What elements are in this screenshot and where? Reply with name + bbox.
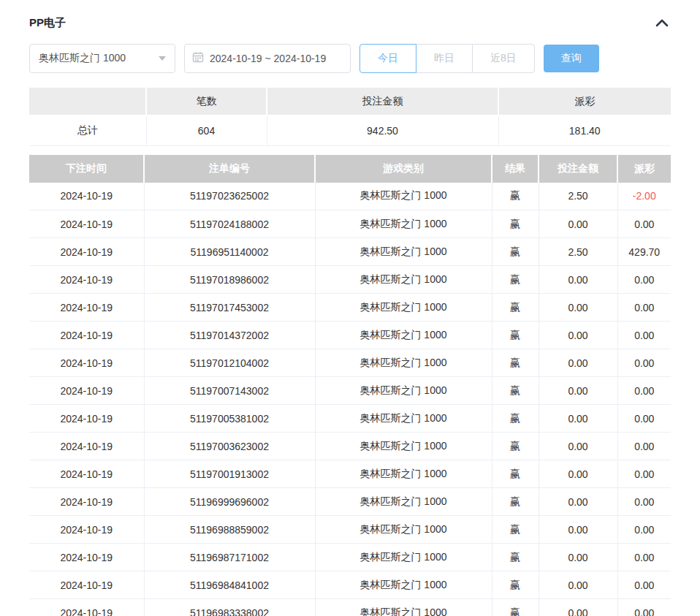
cell-game-category: 奥林匹斯之门 1000 [315,266,492,294]
cell-game-category: 奥林匹斯之门 1000 [315,294,492,322]
cell-bet-time: 2024-10-19 [29,516,144,544]
cell-payout: 0.00 [617,294,671,322]
cell-game-category: 奥林匹斯之门 1000 [315,433,492,460]
cell-result: 赢 [492,488,539,516]
cell-order-id: 51196983338002 [144,599,315,616]
cell-payout: 0.00 [617,210,671,238]
summary-total-payout: 181.40 [498,115,671,145]
records-header-bet-amount: 投注金额 [539,155,617,183]
collapse-button[interactable] [653,16,671,29]
cell-order-id: 51196988859002 [144,516,315,544]
cell-game-category: 奥林匹斯之门 1000 [315,349,492,377]
cell-bet-amount: 0.00 [539,405,617,433]
cell-order-id: 51197018986002 [144,266,315,294]
cell-bet-amount: 0.00 [539,377,617,405]
table-row: 2024-10-19 51197023625002 奥林匹斯之门 1000 赢 … [29,183,671,210]
search-button[interactable]: 查询 [544,45,599,72]
cell-bet-time: 2024-10-19 [29,544,144,571]
cell-bet-time: 2024-10-19 [29,405,144,433]
records-header-order-id: 注单编号 [144,155,315,183]
cell-game-category: 奥林匹斯之门 1000 [315,405,492,433]
cell-result: 赢 [492,183,539,210]
table-row: 2024-10-19 51197007143002 奥林匹斯之门 1000 赢 … [29,377,671,405]
today-button[interactable]: 今日 [359,44,416,73]
cell-payout: -2.00 [617,183,671,210]
title-row: PP电子 [29,12,671,34]
cell-game-category: 奥林匹斯之门 1000 [315,571,492,599]
cell-result: 赢 [492,433,539,460]
cell-game-category: 奥林匹斯之门 1000 [315,210,492,238]
table-row: 2024-10-19 51196983338002 奥林匹斯之门 1000 赢 … [29,599,671,616]
cell-bet-amount: 0.00 [539,210,617,238]
table-row: 2024-10-19 51196984841002 奥林匹斯之门 1000 赢 … [29,571,671,599]
table-row: 2024-10-19 51197014372002 奥林匹斯之门 1000 赢 … [29,322,671,349]
cell-payout: 0.00 [617,516,671,544]
yesterday-button[interactable]: 昨日 [416,44,473,73]
cell-bet-amount: 0.00 [539,294,617,322]
table-row: 2024-10-19 51196987171002 奥林匹斯之门 1000 赢 … [29,544,671,571]
summary-header-row: 笔数 投注金额 派彩 [29,88,671,115]
cell-result: 赢 [492,460,539,488]
cell-bet-amount: 0.00 [539,599,617,616]
cell-game-category: 奥林匹斯之门 1000 [315,183,492,210]
cell-order-id: 51197024188002 [144,210,315,238]
date-range-input[interactable]: 2024-10-19 ~ 2024-10-19 [184,44,351,73]
cell-game-category: 奥林匹斯之门 1000 [315,488,492,516]
summary-header-count: 笔数 [146,88,267,115]
cell-result: 赢 [492,571,539,599]
cell-result: 赢 [492,210,539,238]
page-title: PP电子 [29,16,66,30]
cell-bet-time: 2024-10-19 [29,433,144,460]
cell-order-id: 51197001913002 [144,460,315,488]
records-header-payout: 派彩 [617,155,671,183]
chevron-up-icon [655,19,669,30]
cell-game-category: 奥林匹斯之门 1000 [315,322,492,349]
cell-payout: 0.00 [617,599,671,616]
cell-bet-time: 2024-10-19 [29,599,144,616]
table-row: 2024-10-19 51197003623002 奥林匹斯之门 1000 赢 … [29,433,671,460]
cell-payout: 0.00 [617,322,671,349]
cell-bet-amount: 2.50 [539,183,617,210]
cell-payout: 0.00 [617,405,671,433]
records-header-game-category: 游戏类别 [315,155,492,183]
cell-order-id: 51196984841002 [144,571,315,599]
cell-game-category: 奥林匹斯之门 1000 [315,516,492,544]
cell-bet-time: 2024-10-19 [29,183,144,210]
cell-bet-time: 2024-10-19 [29,488,144,516]
cell-payout: 0.00 [617,488,671,516]
cell-bet-time: 2024-10-19 [29,210,144,238]
cell-result: 赢 [492,266,539,294]
table-row: 2024-10-19 51197012104002 奥林匹斯之门 1000 赢 … [29,349,671,377]
cell-result: 赢 [492,405,539,433]
summary-header-empty [29,88,146,115]
game-select[interactable]: 奥林匹斯之门 1000 [29,44,175,73]
cell-payout: 429.70 [617,238,671,266]
cell-order-id: 51197017453002 [144,294,315,322]
cell-bet-amount: 0.00 [539,544,617,571]
calendar-icon [192,51,204,66]
cell-bet-amount: 0.00 [539,571,617,599]
cell-payout: 0.00 [617,349,671,377]
cell-game-category: 奥林匹斯之门 1000 [315,544,492,571]
cell-order-id: 51196987171002 [144,544,315,571]
cell-result: 赢 [492,294,539,322]
records-header-bet-time: 下注时间 [29,155,144,183]
cell-bet-time: 2024-10-19 [29,238,144,266]
cell-bet-amount: 0.00 [539,460,617,488]
date-range-value: 2024-10-19 ~ 2024-10-19 [210,53,326,64]
cell-game-category: 奥林匹斯之门 1000 [315,238,492,266]
cell-result: 赢 [492,544,539,571]
table-row: 2024-10-19 51197024188002 奥林匹斯之门 1000 赢 … [29,210,671,238]
game-select-value: 奥林匹斯之门 1000 [39,52,126,65]
cell-result: 赢 [492,599,539,616]
cell-payout: 0.00 [617,460,671,488]
cell-order-id: 51197023625002 [144,183,315,210]
cell-order-id: 51197005381002 [144,405,315,433]
table-row: 2024-10-19 51196999696002 奥林匹斯之门 1000 赢 … [29,488,671,516]
summary-total-count: 604 [146,115,267,145]
cell-game-category: 奥林匹斯之门 1000 [315,460,492,488]
caret-down-icon [159,56,166,61]
last-8-days-button[interactable]: 近8日 [472,44,535,73]
cell-payout: 0.00 [617,433,671,460]
cell-result: 赢 [492,516,539,544]
